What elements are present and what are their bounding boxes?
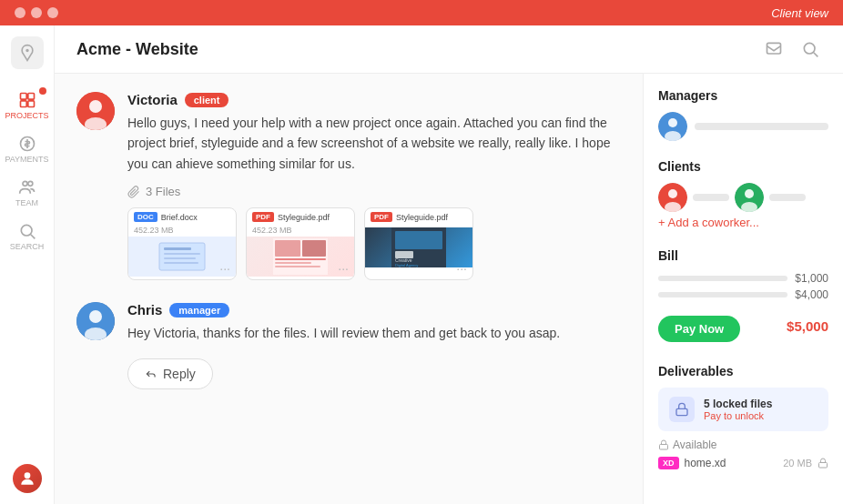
lock-icon [669, 397, 695, 422]
file-name-1: Brief.docx [161, 213, 198, 222]
bill-row-1: $1,000 [658, 272, 828, 285]
svg-point-37 [668, 118, 677, 127]
svg-rect-19 [164, 253, 200, 255]
svg-rect-26 [275, 262, 311, 264]
client-avatar-2 [735, 183, 764, 212]
window-controls [15, 7, 58, 18]
sidebar-item-projects[interactable]: PROJECTS [0, 84, 54, 127]
pay-to-unlock-link[interactable]: Pay to unlock [704, 410, 772, 421]
files-count: 3 Files [146, 185, 180, 198]
clients-title: Clients [658, 159, 828, 174]
locked-files-label: 5 locked files [704, 398, 772, 410]
file-card-1[interactable]: DOC Brief.docx 452.23 MB [127, 207, 237, 280]
available-file-row: XD home.xd 20 MB [658, 457, 828, 469]
file-type-1: DOC [134, 212, 157, 222]
manager-badge: manager [169, 303, 229, 318]
notifications-icon[interactable] [763, 38, 785, 60]
dot-2 [31, 7, 42, 18]
svg-rect-29 [395, 231, 442, 249]
search-icon[interactable] [799, 38, 821, 60]
svg-point-34 [89, 310, 102, 323]
file-menu-1[interactable]: ··· [219, 261, 230, 276]
sidebar-item-payments[interactable]: PAYMENTS [0, 127, 54, 171]
file-menu-3[interactable]: ··· [456, 261, 467, 276]
client-avatar-1 [658, 183, 687, 212]
sidebar-item-label: SEARCH [10, 242, 45, 251]
messages-area: Victoria client Hello guys, I need your … [55, 74, 643, 504]
svg-rect-4 [27, 101, 34, 107]
svg-line-9 [30, 235, 35, 239]
svg-line-13 [814, 53, 818, 57]
svg-point-43 [745, 189, 754, 198]
svg-rect-46 [660, 445, 668, 450]
file-menu-2[interactable]: ··· [338, 261, 349, 276]
file-type-3: PDF [371, 212, 392, 222]
svg-point-0 [25, 49, 28, 52]
sidebar-item-team[interactable]: TEAM [0, 171, 54, 215]
svg-rect-1 [20, 94, 26, 100]
svg-point-12 [804, 43, 815, 54]
message-header-chris: Chris manager [127, 302, 621, 318]
file-name-2: Styleguide.pdf [278, 213, 330, 222]
file-name-3: Styleguide.pdf [396, 213, 448, 222]
locked-files-info: 5 locked files Pay to unlock [704, 398, 772, 421]
bill-title: Bill [658, 248, 828, 263]
page-header: Acme - Website [55, 25, 843, 74]
svg-rect-21 [164, 262, 198, 264]
svg-point-10 [24, 472, 30, 479]
locked-files-card: 5 locked files Pay to unlock [658, 388, 828, 431]
message-text-chris: Hey Victoria, thanks for the files. I wi… [127, 323, 621, 343]
svg-rect-24 [302, 240, 326, 257]
svg-rect-20 [164, 257, 196, 259]
topbar-title: Client view [771, 6, 828, 20]
bill-row-2: $4,000 [658, 288, 828, 301]
svg-rect-18 [164, 247, 191, 250]
svg-rect-27 [275, 266, 320, 267]
available-text: Available [673, 438, 716, 451]
pay-now-button[interactable]: Pay Now [658, 316, 740, 342]
dot-1 [15, 7, 25, 18]
svg-rect-45 [676, 408, 687, 415]
message-sender-chris: Chris [127, 302, 162, 318]
svg-rect-23 [275, 240, 300, 257]
reply-icon [145, 368, 157, 380]
svg-rect-47 [819, 463, 828, 469]
managers-title: Managers [658, 88, 828, 103]
file-type-2: PDF [252, 212, 274, 222]
file-header-2: PDF Styleguide.pdf [247, 208, 354, 226]
message-body-victoria: Victoria client Hello guys, I need your … [127, 92, 621, 280]
file-card-3[interactable]: PDF Styleguide.pdf [364, 207, 473, 280]
files-grid: DOC Brief.docx 452.23 MB [127, 207, 621, 280]
main-split: Victoria client Hello guys, I need your … [55, 74, 843, 504]
svg-rect-17 [159, 243, 205, 270]
available-label: Available [658, 438, 828, 451]
bill-line-1 [658, 276, 787, 281]
add-coworker-link[interactable]: + Add a coworker... [658, 216, 759, 229]
sidebar-item-label: PROJECTS [5, 111, 48, 120]
sidebar: PROJECTS PAYMENTS TEAM SEARCH [0, 25, 55, 504]
bill-total: $5,000 [787, 318, 828, 334]
message-chris: Chris manager Hey Victoria, thanks for t… [76, 302, 621, 388]
reply-button[interactable]: Reply [127, 358, 213, 389]
reply-label: Reply [163, 367, 196, 381]
deliverables-title: Deliverables [658, 364, 828, 378]
sidebar-logo[interactable] [11, 36, 44, 69]
sidebar-item-search[interactable]: SEARCH [0, 215, 54, 258]
svg-point-6 [23, 181, 27, 186]
deliverables-section: Deliverables 5 locked files Pay to unloc… [658, 364, 828, 469]
svg-rect-25 [275, 258, 326, 260]
svg-point-15 [89, 100, 102, 113]
dot-3 [47, 7, 58, 18]
file-card-2[interactable]: PDF Styleguide.pdf 452.23 MB [246, 207, 355, 280]
client-2-line [769, 194, 806, 201]
bill-section: Bill $1,000 $4,000 Pay Now $5,000 [658, 248, 828, 346]
message-sender-victoria: Victoria [127, 92, 178, 107]
manager-name-line [695, 123, 828, 130]
user-avatar[interactable] [13, 464, 42, 493]
page-title: Acme - Website [76, 40, 198, 59]
svg-point-40 [668, 189, 677, 198]
message-body-chris: Chris manager Hey Victoria, thanks for t… [127, 302, 621, 388]
client-badge: client [185, 93, 229, 107]
message-text-victoria: Hello guys, I need your help with a new … [127, 113, 621, 174]
svg-rect-2 [27, 94, 34, 100]
